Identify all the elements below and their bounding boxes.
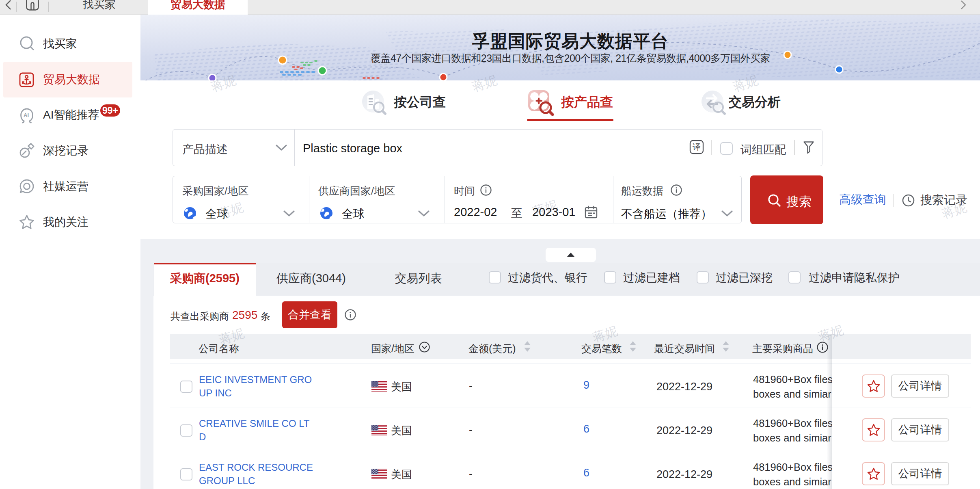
- svg-text:AI: AI: [24, 112, 29, 118]
- svg-text:译: 译: [693, 143, 701, 151]
